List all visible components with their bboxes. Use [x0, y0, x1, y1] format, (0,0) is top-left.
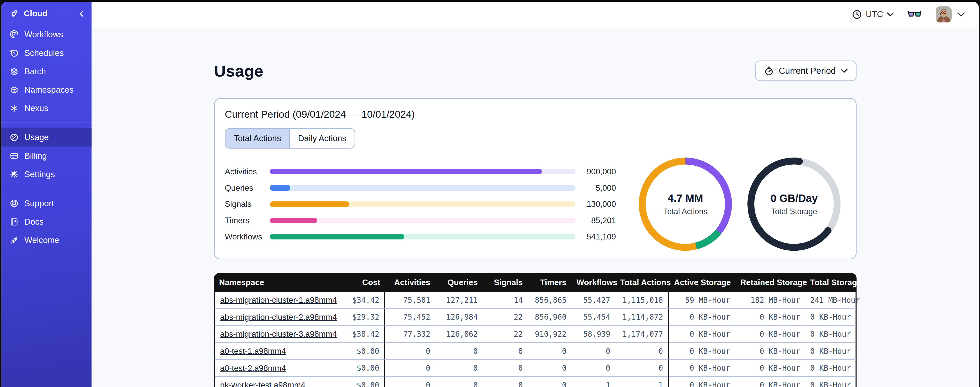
- welcome-rocket-icon: [10, 236, 19, 245]
- card-title: Current Period (09/01/2024 — 10/01/2024): [225, 109, 846, 121]
- sidebar-item-namespaces[interactable]: Namespaces: [1, 81, 92, 99]
- workflows-cell: 0: [572, 343, 616, 360]
- sidebar-item-label: Docs: [24, 217, 44, 227]
- namespace-link[interactable]: a0-test-2.a98mm4: [220, 363, 286, 373]
- workflows-cell: 55,427: [572, 292, 616, 309]
- cost-cell: $0.00: [339, 360, 385, 377]
- timezone-label: UTC: [866, 10, 883, 19]
- bar-track: [270, 185, 576, 191]
- sidebar-group-help: Support Docs Wel: [1, 193, 92, 251]
- queries-cell: 127,211: [435, 292, 483, 309]
- bar-value: 85,201: [576, 216, 616, 225]
- namespace-link[interactable]: abs-migration-cluster-1.a98mm4: [220, 295, 337, 305]
- sidebar-divider: [1, 189, 92, 189]
- namespace-usage-table: Namespace Cost Activities Queries Signal…: [214, 273, 856, 387]
- sidebar: Cloud Workflows: [1, 2, 92, 387]
- sidebar-item-nexus[interactable]: Nexus: [1, 99, 92, 117]
- sidebar-item-label: Nexus: [24, 103, 48, 113]
- active-storage-cell: 0 KB-Hour: [669, 326, 735, 343]
- bar-fill: [270, 169, 542, 174]
- bar-label: Workflows: [225, 232, 270, 241]
- col-header-total-actions: Total Actions: [615, 273, 669, 292]
- col-header-signals: Signals: [483, 273, 528, 292]
- billing-card-icon: [10, 151, 19, 161]
- total-actions-cell: 1,115,018: [615, 292, 669, 309]
- namespace-link[interactable]: abs-migration-cluster-3.a98mm4: [220, 329, 337, 339]
- sidebar-item-label: Schedules: [24, 48, 64, 58]
- bar-track: [270, 218, 576, 223]
- batch-layers-icon: [10, 67, 19, 76]
- sidebar-collapse-button[interactable]: [79, 10, 84, 17]
- namespace-link[interactable]: bk-worker-test.a98mm4: [220, 381, 305, 387]
- bar-fill: [270, 234, 404, 240]
- table-row: a0-test-2.a98mm4 $0.00 0 0 0 0 0 0 0 KB-…: [214, 360, 856, 377]
- account-menu[interactable]: [935, 6, 965, 23]
- total-storage-label: Total Storage: [771, 207, 817, 216]
- timers-cell: 0: [528, 343, 572, 360]
- actions-tab-group: Total Actions Daily Actions: [225, 128, 355, 149]
- bar-row-signals: Signals 130,000: [225, 196, 616, 213]
- sidebar-item-welcome[interactable]: Welcome: [1, 231, 92, 249]
- cost-cell: $0.00: [339, 377, 385, 387]
- tab-daily-actions[interactable]: Daily Actions: [290, 129, 355, 148]
- total-storage-donut: 0 GB/Day Total Storage: [747, 157, 841, 251]
- namespace-link[interactable]: a0-test-1.a98mm4: [220, 346, 286, 356]
- bar-fill: [270, 201, 349, 207]
- timers-cell: 856,960: [528, 309, 572, 326]
- sidebar-item-batch[interactable]: Batch: [1, 62, 92, 81]
- sidebar-item-support[interactable]: Support: [1, 194, 92, 213]
- bar-row-workflows: Workflows 541,109: [225, 229, 616, 245]
- nexus-asterisk-icon: [10, 104, 19, 113]
- docs-book-icon: [10, 217, 19, 227]
- timezone-selector[interactable]: UTC: [852, 10, 894, 19]
- activities-cell: 0: [385, 360, 435, 377]
- sidebar-item-label: Batch: [24, 67, 46, 76]
- tab-total-actions[interactable]: Total Actions: [226, 129, 290, 148]
- workflows-cell: 0: [572, 360, 616, 377]
- sidebar-item-settings[interactable]: Settings: [1, 165, 92, 184]
- sidebar-item-workflows[interactable]: Workflows: [1, 25, 92, 44]
- sidebar-item-schedules[interactable]: Schedules: [1, 44, 92, 62]
- activities-cell: 0: [385, 343, 435, 360]
- col-header-timers: Timers: [528, 273, 572, 292]
- support-lifebuoy-icon: [10, 198, 19, 208]
- total-storage-cell: 241 MB-Hour: [805, 292, 856, 309]
- signals-cell: 22: [483, 309, 528, 326]
- total-actions-cell: 1,114,872: [615, 309, 669, 326]
- total-storage-cell: 0 KB-Hour: [805, 343, 856, 360]
- bar-row-activities: Activities 900,000: [225, 164, 616, 180]
- queries-cell: 126,862: [435, 326, 483, 343]
- queries-cell: 0: [435, 360, 483, 377]
- sidebar-group-workspace: Workflows Schedules: [1, 24, 92, 119]
- labs-glasses-icon[interactable]: [907, 10, 921, 19]
- chevron-down-icon: [841, 69, 848, 73]
- sidebar-divider: [1, 123, 92, 123]
- bar-label: Queries: [225, 183, 270, 193]
- sidebar-item-billing[interactable]: Billing: [1, 147, 92, 165]
- signals-cell: 22: [483, 326, 528, 343]
- signals-cell: 14: [483, 292, 528, 309]
- avatar[interactable]: [935, 6, 952, 23]
- sidebar-item-label: Workflows: [24, 30, 63, 39]
- cost-cell: $38.42: [339, 326, 385, 343]
- namespace-cell: abs-migration-cluster-1.a98mm4: [214, 292, 339, 309]
- current-period-card: Current Period (09/01/2024 — 10/01/2024)…: [214, 98, 856, 259]
- namespace-link[interactable]: abs-migration-cluster-2.a98mm4: [220, 312, 337, 321]
- cost-cell: $34.42: [339, 292, 385, 309]
- retained-storage-cell: 0 KB-Hour: [735, 343, 805, 360]
- col-header-queries: Queries: [435, 273, 483, 292]
- period-selector-button[interactable]: Current Period: [755, 61, 856, 81]
- workflows-cell: 58,939: [572, 326, 616, 343]
- retained-storage-cell: 0 KB-Hour: [735, 309, 805, 326]
- sidebar-item-usage[interactable]: Usage: [1, 128, 92, 147]
- timers-cell: 0: [528, 377, 572, 387]
- total-storage-cell: 0 KB-Hour: [805, 360, 856, 377]
- namespace-cell: a0-test-1.a98mm4: [214, 343, 339, 360]
- workspace-label: Cloud: [24, 9, 74, 18]
- total-actions-cell: 0: [615, 360, 669, 377]
- bar-fill: [270, 218, 317, 223]
- chevron-down-icon: [957, 12, 965, 17]
- active-storage-cell: 0 KB-Hour: [669, 377, 735, 387]
- sidebar-item-docs[interactable]: Docs: [1, 213, 92, 231]
- total-actions-label: Total Actions: [663, 207, 707, 216]
